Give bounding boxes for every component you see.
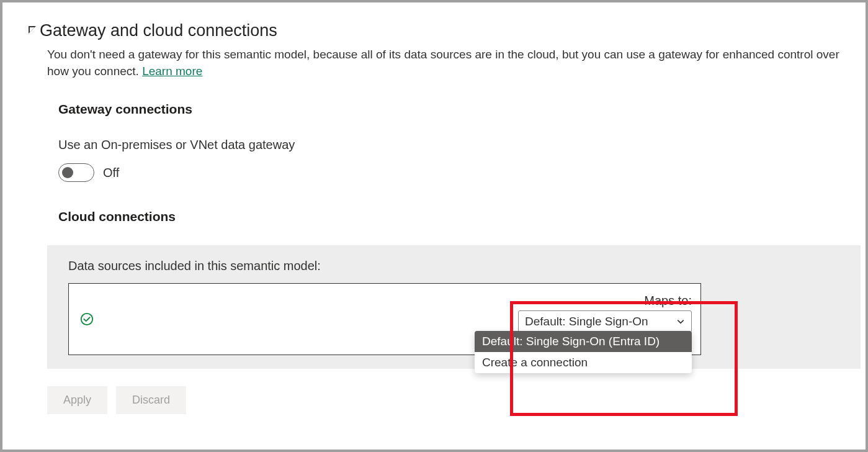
section-description: You don't need a gateway for this semant… bbox=[47, 47, 856, 79]
collapse-triangle-icon[interactable] bbox=[29, 26, 36, 34]
page-title: Gateway and cloud connections bbox=[40, 21, 277, 40]
discard-button[interactable]: Discard bbox=[116, 386, 186, 414]
dropdown-option-create-connection[interactable]: Create a connection bbox=[475, 352, 692, 373]
dropdown-option-default-sso[interactable]: Default: Single Sign-On (Entra ID) bbox=[475, 331, 692, 352]
cloud-panel: Data sources included in this semantic m… bbox=[47, 245, 861, 369]
chevron-down-icon bbox=[676, 317, 685, 326]
action-buttons-row: Apply Discard bbox=[47, 386, 861, 414]
maps-to-block: Maps to: Default: Single Sign-On bbox=[518, 294, 692, 333]
svg-point-0 bbox=[81, 314, 92, 325]
gateway-toggle-label: Use an On-premises or VNet data gateway bbox=[58, 138, 861, 152]
toggle-knob bbox=[62, 167, 73, 178]
dropdown-selected-value: Default: Single Sign-On bbox=[525, 315, 648, 328]
cloud-connections-title: Cloud connections bbox=[58, 209, 861, 224]
learn-more-link[interactable]: Learn more bbox=[142, 65, 202, 78]
maps-to-dropdown[interactable]: Default: Single Sign-On bbox=[518, 310, 692, 333]
section-header: Gateway and cloud connections bbox=[29, 21, 861, 40]
gateway-toggle-row: Off bbox=[58, 163, 861, 182]
maps-to-label: Maps to: bbox=[518, 294, 692, 308]
data-source-row: Maps to: Default: Single Sign-On Default… bbox=[68, 283, 701, 355]
gateway-toggle-state: Off bbox=[103, 166, 119, 180]
data-sources-label: Data sources included in this semantic m… bbox=[68, 259, 861, 273]
gateway-connections-title: Gateway connections bbox=[58, 102, 861, 117]
maps-to-dropdown-menu: Default: Single Sign-On (Entra ID) Creat… bbox=[475, 331, 692, 373]
gateway-toggle[interactable] bbox=[58, 163, 94, 182]
gateway-subsection: Gateway connections Use an On-premises o… bbox=[58, 102, 861, 224]
apply-button[interactable]: Apply bbox=[47, 386, 107, 414]
check-circle-icon bbox=[80, 312, 94, 326]
